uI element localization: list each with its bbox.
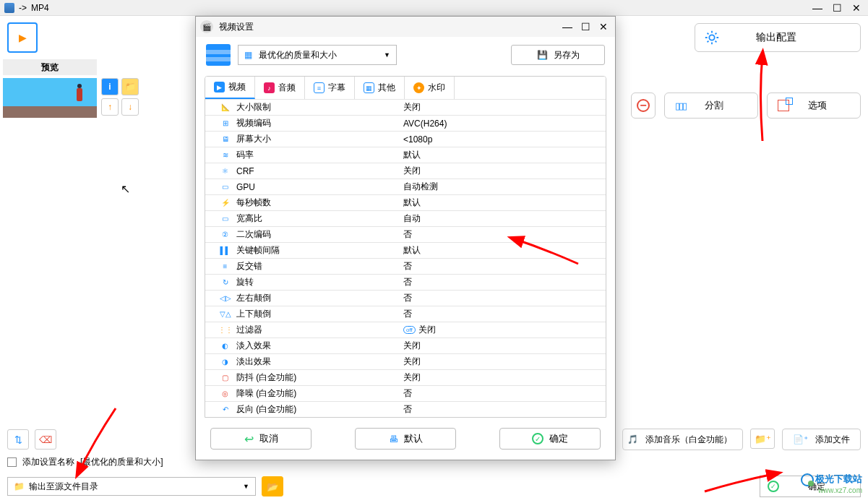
setting-icon: ② [220, 229, 231, 240]
setting-row[interactable]: 📐大小限制关闭 [205, 99, 606, 115]
settings-panel: ▶视频 ♪音频 ≡字幕 ▦其他 ✦水印 📐大小限制关闭⊞视频编码AVC(H264… [205, 76, 606, 418]
setting-value: 关闭 [403, 356, 421, 368]
setting-icon: ▽△ [220, 309, 231, 319]
setting-key: 上下颠倒 [236, 308, 271, 320]
main-close-button[interactable]: ✕ [849, 2, 864, 14]
add-file-button[interactable]: 📄⁺ 添加文件 [782, 429, 861, 450]
split-label: 分割 [705, 99, 723, 112]
setting-row[interactable]: ≋码率默认 [205, 147, 606, 163]
right-operations: − ▯▯▯ 分割 选项 [631, 93, 861, 119]
setting-row[interactable]: ↶反向 (白金功能)否 [205, 401, 606, 417]
preset-label: 最优化的质量和大小 [259, 49, 337, 61]
bottom-area: ⇅ ⌫ 🎵 添加音乐（白金功能） 📁⁺ 📄⁺ 添加文件 添加设置名称 [最优化的… [0, 423, 868, 503]
setting-row[interactable]: ▢防抖 (白金功能)关闭 [205, 369, 606, 385]
setting-icon: ▢ [220, 372, 231, 383]
tab-audio-label: 音频 [278, 82, 296, 94]
tab-other[interactable]: ▦其他 [355, 77, 405, 99]
move-up-button[interactable]: ↑ [101, 98, 119, 116]
video-thumbnail[interactable] [3, 78, 97, 118]
remove-button[interactable]: − [631, 93, 656, 119]
main-confirm-button[interactable]: ✓ 确定 [760, 476, 861, 497]
setting-value: 默认 [403, 149, 421, 161]
setting-row[interactable]: ⊞视频编码AVC(H264) [205, 115, 606, 131]
tab-subtitle[interactable]: ≡字幕 [305, 77, 355, 99]
setting-row[interactable]: 🖥屏幕大小<1080p [205, 131, 606, 147]
info-button[interactable]: i [101, 78, 119, 95]
setting-value: 否 [403, 276, 412, 288]
main-minimize-button[interactable]: — [809, 2, 825, 14]
setting-key: 淡入效果 [236, 340, 271, 352]
setting-icon: ◐ [220, 340, 231, 351]
video-settings-dialog: 🎬 视频设置 — ☐ ✕ ▦ 最优化的质量和大小 ▼ 💾 另存为 ▶视频 ♪音频… [195, 16, 616, 460]
move-down-button[interactable]: ↓ [121, 98, 139, 116]
setting-key: 关键帧间隔 [236, 244, 280, 257]
setting-key: 宽高比 [236, 212, 262, 225]
save-as-button[interactable]: 💾 另存为 [511, 45, 605, 65]
preview-header-label: 预览 [41, 61, 59, 74]
setting-row[interactable]: ≡反交错否 [205, 258, 606, 274]
setting-row[interactable]: ⚡每秒帧数默认 [205, 194, 606, 210]
setting-key: 降噪 (白金功能) [236, 387, 296, 400]
setting-value: 否 [403, 308, 412, 320]
main-confirm-label: 确定 [808, 481, 825, 493]
setting-row[interactable]: ◁▷左右颠倒否 [205, 290, 606, 306]
setting-icon: 🖥 [220, 134, 231, 145]
off-badge: off [403, 326, 416, 334]
setting-key: 过滤器 [236, 324, 262, 336]
add-music-button[interactable]: 🎵 添加音乐（白金功能） [622, 429, 743, 450]
setting-row[interactable]: ◑淡出效果关闭 [205, 353, 606, 369]
dialog-minimize-button[interactable]: — [559, 21, 575, 33]
check-circle-icon: ✓ [768, 481, 779, 492]
setting-icon: ⊞ [220, 118, 231, 129]
setting-value: 关闭 [403, 340, 421, 352]
tab-watermark-label: 水印 [428, 82, 445, 94]
options-button[interactable]: 选项 [767, 93, 861, 119]
setting-icon: ⚛ [220, 165, 231, 176]
main-maximize-button[interactable]: ☐ [830, 2, 845, 14]
video-format-icon[interactable] [7, 22, 38, 53]
browse-folder-button[interactable]: 📂 [262, 476, 283, 496]
setting-value: 默认 [403, 197, 421, 209]
setting-key: 每秒帧数 [236, 197, 271, 209]
setting-icon: ↻ [220, 277, 231, 288]
delete-button[interactable]: ⌫ [35, 429, 56, 450]
add-settings-name-checkbox[interactable] [7, 457, 17, 467]
setting-icon: ◎ [220, 388, 231, 399]
setting-value: <1080p [403, 134, 432, 145]
tab-watermark[interactable]: ✦水印 [405, 77, 455, 99]
tab-video[interactable]: ▶视频 [205, 77, 255, 99]
preset-doc-icon: ▦ [244, 50, 254, 60]
split-button[interactable]: ▯▯▯ 分割 [664, 93, 758, 119]
tab-other-label: 其他 [378, 82, 395, 94]
tab-video-label: 视频 [228, 81, 246, 93]
setting-key: 码率 [236, 149, 254, 161]
gear-icon [704, 30, 720, 46]
tab-audio[interactable]: ♪音频 [255, 77, 305, 99]
setting-row[interactable]: ◐淡入效果关闭 [205, 338, 606, 353]
output-dir-dropdown[interactable]: 📁 输出至源文件目录 ▼ [7, 477, 256, 496]
setting-row[interactable]: ◎降噪 (白金功能)否 [205, 385, 606, 401]
setting-row[interactable]: ⋮⋮过滤器off关闭 [205, 322, 606, 338]
setting-key: 屏幕大小 [236, 133, 271, 145]
add-folder-button[interactable]: 📁⁺ [750, 429, 775, 449]
setting-row[interactable]: ▽△上下颠倒否 [205, 306, 606, 322]
setting-row[interactable]: ②二次编码否 [205, 226, 606, 242]
dialog-close-button[interactable]: ✕ [596, 21, 611, 33]
setting-row[interactable]: ▭宽高比自动 [205, 210, 606, 226]
setting-row[interactable]: ▭GPU自动检测 [205, 179, 606, 194]
setting-row[interactable]: ⚛CRF关闭 [205, 163, 606, 179]
output-config-button[interactable]: 输出配置 [695, 23, 861, 52]
open-folder-button[interactable]: 📁 [121, 78, 139, 95]
dialog-titlebar: 🎬 视频设置 — ☐ ✕ [196, 17, 615, 37]
chevron-down-icon: ▼ [384, 51, 390, 59]
setting-row[interactable]: ▌▌关键帧间隔默认 [205, 242, 606, 258]
setting-row[interactable]: ↻旋转否 [205, 274, 606, 290]
setting-icon: ⚡ [220, 197, 231, 208]
setting-value: 否 [403, 403, 412, 416]
preset-dropdown[interactable]: ▦ 最优化的质量和大小 ▼ [238, 45, 397, 65]
dialog-maximize-button[interactable]: ☐ [578, 21, 593, 33]
title-format: MP4 [31, 3, 49, 13]
mouse-cursor: ↖ [121, 182, 130, 196]
sort-button[interactable]: ⇅ [7, 429, 29, 450]
save-icon: 💾 [537, 50, 548, 60]
